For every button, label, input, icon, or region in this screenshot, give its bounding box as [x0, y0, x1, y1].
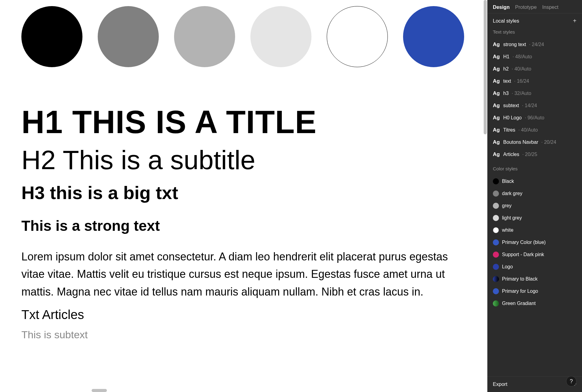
text-style-meta: · 20/24: [541, 140, 556, 145]
add-style-button[interactable]: +: [573, 18, 577, 24]
color-style-swatch: [493, 215, 499, 221]
color-style-swatch: [493, 264, 499, 270]
color-style-swatch: [493, 203, 499, 209]
text-style-name: h2: [503, 66, 509, 72]
text-style-icon: Ag: [493, 66, 500, 72]
text-style-meta: · 40/Auto: [518, 127, 538, 133]
color-style-row[interactable]: Black: [493, 175, 577, 187]
text-style-meta: · 14/24: [522, 103, 537, 108]
h1-sample[interactable]: H1 THIS IS A TITLE: [21, 104, 466, 141]
text-style-row[interactable]: AgH0 Logo · 96/Auto: [493, 112, 577, 124]
color-style-swatch: [493, 288, 499, 294]
text-style-icon: Ag: [493, 78, 500, 84]
color-style-swatch: [493, 178, 499, 184]
color-style-row[interactable]: white: [493, 224, 577, 236]
text-style-name: H1: [503, 54, 509, 60]
color-style-row[interactable]: Green Gradiant: [493, 297, 577, 310]
body-text-sample[interactable]: Lorem ipsum dolor sit amet consectetur. …: [21, 248, 466, 301]
text-styles-heading: Text styles: [493, 29, 577, 35]
canvas-horizontal-scrollbar[interactable]: [92, 389, 107, 392]
text-style-icon: Ag: [493, 103, 500, 109]
design-canvas[interactable]: H1 THIS IS A TITLE H2 This is a subtitle…: [0, 0, 487, 392]
export-title: Export: [493, 381, 507, 387]
color-style-name: Logo: [502, 264, 513, 270]
text-style-icon: Ag: [493, 42, 500, 48]
color-swatch-1[interactable]: [98, 6, 159, 67]
local-styles-section: Local styles + Text styles Agstrong text…: [487, 13, 582, 376]
text-style-name: strong text: [503, 42, 526, 47]
color-style-name: Black: [502, 179, 514, 184]
text-style-meta: · 32/Auto: [512, 91, 531, 96]
canvas-scrollbar-thumb[interactable]: [484, 0, 487, 134]
strong-text-sample[interactable]: This is a strong text: [21, 216, 466, 235]
color-style-name: Primary for Logo: [502, 289, 538, 294]
text-style-name: h3: [503, 91, 509, 96]
color-style-name: Primary to Black: [502, 276, 537, 282]
color-style-row[interactable]: light grey: [493, 212, 577, 224]
text-style-row[interactable]: AgTitres · 40/Auto: [493, 124, 577, 136]
color-swatch-4[interactable]: [327, 6, 388, 67]
color-style-swatch: [493, 191, 499, 197]
color-style-name: Support - Dark pink: [502, 252, 544, 257]
local-styles-title: Local styles: [493, 18, 519, 24]
canvas-scrollbar-track[interactable]: [483, 0, 487, 392]
color-style-swatch: [493, 239, 499, 245]
color-swatch-5[interactable]: [403, 6, 464, 67]
color-style-swatch: [493, 252, 499, 258]
color-style-swatch: [493, 300, 499, 307]
text-style-row[interactable]: AgH1 · 48/Auto: [493, 51, 577, 63]
color-swatch-0[interactable]: [21, 6, 82, 67]
text-style-name: H0 Logo: [503, 115, 522, 121]
color-swatch-3[interactable]: [250, 6, 311, 67]
text-style-icon: Ag: [493, 54, 500, 60]
text-style-icon: Ag: [493, 115, 500, 121]
color-style-name: Green Gradiant: [502, 301, 536, 306]
tab-prototype[interactable]: Prototype: [515, 4, 537, 10]
text-style-meta: · 24/24: [529, 42, 544, 47]
text-style-row[interactable]: Agstrong text · 24/24: [493, 38, 577, 51]
text-style-name: text: [503, 78, 511, 84]
text-style-row[interactable]: AgBoutons Navbar · 20/24: [493, 136, 577, 148]
text-style-row[interactable]: Agtext · 16/24: [493, 75, 577, 87]
text-style-meta: · 48/Auto: [512, 54, 532, 60]
text-style-row[interactable]: AgArticles · 20/25: [493, 148, 577, 161]
color-style-row[interactable]: dark grey: [493, 187, 577, 200]
color-style-name: Primary Color (blue): [502, 240, 546, 245]
h2-sample[interactable]: H2 This is a subtitle: [21, 144, 466, 176]
color-swatch-row: [21, 6, 466, 67]
color-style-row[interactable]: Primary Color (blue): [493, 236, 577, 249]
text-style-row[interactable]: Agh3 · 32/Auto: [493, 87, 577, 100]
tab-design[interactable]: Design: [493, 4, 510, 10]
color-style-name: white: [502, 227, 513, 233]
help-button[interactable]: ?: [566, 376, 577, 387]
color-style-name: dark grey: [502, 191, 522, 196]
color-style-row[interactable]: Support - Dark pink: [493, 249, 577, 261]
text-style-row[interactable]: Agh2 · 40/Auto: [493, 63, 577, 75]
text-style-meta: · 96/Auto: [525, 115, 544, 121]
color-style-name: light grey: [502, 215, 522, 221]
color-style-row[interactable]: Primary for Logo: [493, 285, 577, 297]
color-styles-heading: Color styles: [493, 166, 577, 172]
text-style-name: Boutons Navbar: [503, 140, 538, 145]
text-style-meta: · 20/25: [522, 152, 537, 157]
text-style-icon: Ag: [493, 127, 500, 133]
text-style-name: Titres: [503, 127, 515, 133]
color-style-row[interactable]: Primary to Black: [493, 273, 577, 285]
color-style-row[interactable]: Logo: [493, 261, 577, 273]
color-style-row[interactable]: grey: [493, 200, 577, 212]
text-style-icon: Ag: [493, 139, 500, 145]
tab-inspect[interactable]: Inspect: [542, 4, 558, 10]
text-style-icon: Ag: [493, 151, 500, 158]
panel-tabs: Design Prototype Inspect: [487, 0, 582, 13]
text-style-row[interactable]: Agsubtext · 14/24: [493, 100, 577, 112]
articles-sample[interactable]: Txt Articles: [21, 307, 466, 322]
text-style-name: subtext: [503, 103, 519, 108]
color-style-swatch: [493, 227, 499, 233]
text-style-name: Articles: [503, 152, 519, 157]
h3-sample[interactable]: H3 this is a big txt: [21, 181, 466, 204]
local-styles-header: Local styles +: [493, 18, 577, 24]
subtext-sample[interactable]: This is subtext: [21, 329, 466, 341]
properties-panel: Design Prototype Inspect Local styles + …: [487, 0, 582, 392]
text-style-meta: · 40/Auto: [512, 66, 531, 72]
color-swatch-2[interactable]: [174, 6, 235, 67]
